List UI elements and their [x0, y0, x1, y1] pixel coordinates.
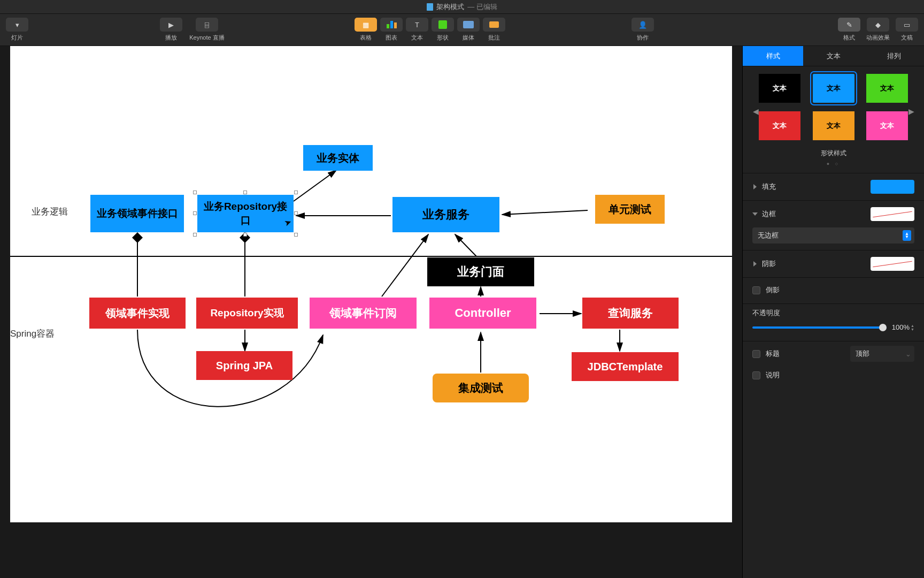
description-label: 说明	[766, 370, 780, 380]
play-button[interactable]: ▶ 播放	[158, 18, 184, 42]
swatch-blue[interactable]: 文本	[813, 74, 854, 103]
fill-color-well[interactable]	[871, 180, 914, 194]
animate-icon: ◆	[875, 21, 881, 29]
swatch-pager: ● ○	[752, 161, 914, 170]
reflection-checkbox[interactable]	[752, 286, 760, 294]
description-checkbox[interactable]	[752, 371, 760, 379]
edited-indicator: — 已编辑	[467, 2, 497, 12]
connectors-layer	[10, 46, 732, 522]
section-label-spring: Spring容器	[10, 328, 55, 340]
svg-line-7	[382, 234, 428, 296]
fill-row[interactable]: 填充	[743, 173, 924, 200]
tab-arrange[interactable]: 排列	[864, 46, 924, 66]
section-label-business: 业务逻辑	[32, 206, 68, 218]
collab-icon: 👤	[638, 21, 647, 29]
media-button[interactable]: 媒体	[456, 18, 481, 42]
svg-line-3	[502, 210, 588, 215]
title-label: 标题	[766, 349, 780, 359]
border-row[interactable]: 边框	[743, 200, 924, 227]
svg-line-9	[455, 234, 476, 256]
opacity-stepper[interactable]: ▲▼	[911, 324, 914, 331]
disclosure-icon	[752, 212, 758, 216]
title-checkbox[interactable]	[752, 350, 760, 358]
document-icon	[427, 3, 433, 11]
shape-style-label: 形状样式	[752, 149, 914, 161]
text-button[interactable]: T 文本	[404, 18, 430, 42]
style-swatches: ◀ 文本 文本 文本 文本 文本 文本 ▶ 形状样式 ● ○	[743, 66, 924, 173]
node-domain-event-sub[interactable]: 领域事件订阅	[310, 298, 417, 329]
inspector-tabs: 样式 文本 排列	[743, 46, 924, 66]
play-icon: ▶	[168, 21, 174, 29]
display-icon: ⌸	[205, 21, 209, 29]
node-domain-event-impl[interactable]: 领域事件实现	[89, 298, 186, 329]
node-domain-event-if[interactable]: 业务领域事件接口	[90, 195, 184, 232]
document-button[interactable]: ▭ 文稿	[894, 18, 920, 42]
table-icon: ▦	[363, 21, 369, 29]
shape-icon	[438, 20, 447, 29]
document-title: 架构模式	[436, 2, 464, 12]
node-controller[interactable]: Controller	[429, 298, 536, 329]
window-titlebar: 架构模式 — 已编辑	[0, 0, 924, 14]
node-biz-entity[interactable]: 业务实体	[303, 145, 373, 171]
border-preview-well[interactable]	[871, 207, 914, 221]
swatch-next[interactable]: ▶	[908, 107, 914, 116]
node-repo-if[interactable]: 业务Repository接口	[197, 195, 294, 232]
tab-text[interactable]: 文本	[803, 46, 864, 66]
swatch-red[interactable]: 文本	[759, 111, 800, 140]
border-style-select[interactable]: 无边框 ▲▼	[752, 227, 914, 244]
collaborate-button[interactable]: 👤 协作	[630, 18, 656, 42]
slides-button[interactable]: ▾ 灯片	[4, 18, 30, 42]
inspector-panel: 样式 文本 排列 ◀ 文本 文本 文本 文本 文本 文本	[742, 46, 924, 578]
format-icon: ✎	[846, 21, 852, 29]
opacity-slider[interactable]	[752, 326, 887, 329]
comment-icon	[489, 21, 499, 28]
swatch-pink[interactable]: 文本	[866, 111, 908, 140]
tab-style[interactable]: 样式	[743, 46, 803, 66]
title-position-select: 顶部 ⌄	[850, 346, 914, 362]
node-query-service[interactable]: 查询服务	[582, 298, 679, 329]
svg-line-1	[294, 170, 336, 201]
animate-button[interactable]: ◆ 动画效果	[862, 18, 894, 42]
swatch-prev[interactable]: ◀	[752, 107, 759, 116]
chevron-updown-icon: ▲▼	[903, 230, 911, 241]
node-biz-facade[interactable]: 业务门面	[427, 257, 534, 286]
table-button[interactable]: ▦ 表格	[353, 18, 379, 42]
shape-button[interactable]: 形状	[430, 18, 456, 42]
main-toolbar: ▾ 灯片 ▶ 播放 ⌸ Keynote 直播 ▦ 表格 图表 T 文本 形状 媒…	[0, 14, 924, 46]
media-icon	[463, 21, 474, 28]
slides-icon: ▾	[16, 21, 19, 29]
node-unit-test[interactable]: 单元测试	[595, 195, 665, 224]
chart-icon	[387, 21, 397, 28]
shadow-preview-well[interactable]	[871, 257, 914, 271]
node-spring-jpa[interactable]: Spring JPA	[196, 351, 292, 380]
workspace: 业务逻辑 Spring容器 业务实体 业务领域事件接口 业务Repository…	[0, 46, 924, 578]
node-integration-test[interactable]: 集成测试	[433, 374, 529, 402]
opacity-value: 100%	[892, 323, 910, 331]
disclosure-icon	[753, 184, 757, 189]
document-panel-icon: ▭	[904, 21, 910, 29]
swatch-orange[interactable]: 文本	[813, 111, 854, 140]
opacity-label: 不透明度	[752, 308, 914, 318]
reflection-label: 倒影	[766, 285, 780, 295]
chart-button[interactable]: 图表	[379, 18, 404, 42]
shadow-row[interactable]: 阴影	[743, 250, 924, 277]
comment-button[interactable]: 批注	[481, 18, 507, 42]
canvas-area[interactable]: 业务逻辑 Spring容器 业务实体 业务领域事件接口 业务Repository…	[0, 46, 742, 578]
swatch-green[interactable]: 文本	[866, 74, 908, 103]
slide-canvas[interactable]: 业务逻辑 Spring容器 业务实体 业务领域事件接口 业务Repository…	[10, 46, 732, 522]
node-jdbc-template[interactable]: JDBCTemplate	[572, 352, 679, 381]
node-repo-impl[interactable]: Repository实现	[196, 298, 298, 329]
disclosure-icon	[753, 261, 757, 267]
node-biz-service[interactable]: 业务服务	[392, 197, 499, 232]
text-icon: T	[415, 21, 419, 29]
format-button[interactable]: ✎ 格式	[836, 18, 862, 42]
keynote-live-button[interactable]: ⌸ Keynote 直播	[184, 18, 230, 42]
swatch-black[interactable]: 文本	[759, 74, 800, 103]
